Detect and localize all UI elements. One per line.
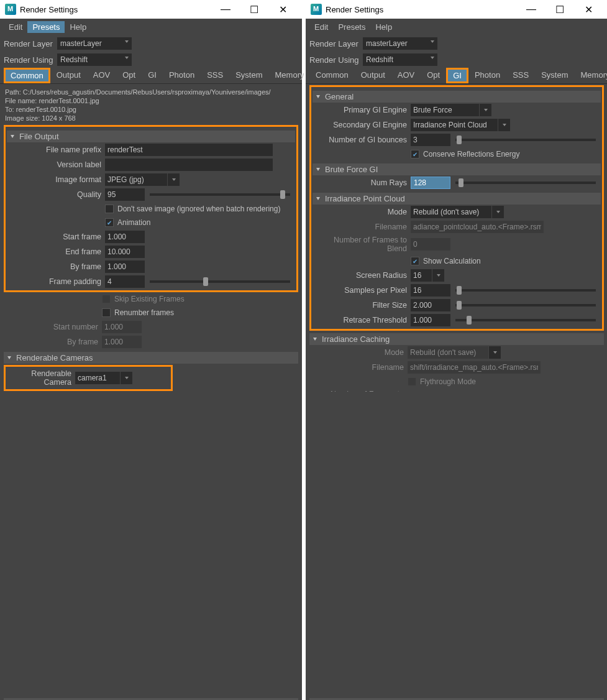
menu-edit[interactable]: Edit [309,21,333,33]
retrace-slider[interactable] [455,319,596,321]
dont-save-checkbox[interactable] [105,205,114,213]
ic-filename-input [408,361,541,374]
tab-gi[interactable]: GI [446,68,468,83]
chevron-down-icon[interactable] [432,269,444,282]
window-title: Render Settings [326,5,517,14]
section-renderable-cameras[interactable]: Renderable Cameras [4,352,298,364]
tab-memory[interactable]: Memory [575,68,607,83]
close-window-button[interactable]: ✕ [268,4,297,16]
menubar: Edit Presets Help [306,19,607,35]
section-brute-force[interactable]: Brute Force GI [313,163,601,175]
titlebar: Render Settings — ☐ ✕ [0,0,302,19]
frame-padding-slider[interactable] [150,280,290,283]
tab-photon[interactable]: Photon [163,68,201,83]
menubar: Edit Presets Help [0,19,302,35]
section-file-output[interactable]: File Output [7,131,295,142]
app-logo-icon [5,4,16,15]
version-label-input[interactable] [105,159,273,171]
ipc-show-calc-checkbox[interactable]: ✔ [411,257,419,265]
renderable-camera-select[interactable]: camera1 [75,372,120,384]
close-window-button[interactable]: ✕ [574,4,603,16]
tab-output[interactable]: Output [355,68,391,83]
menu-help[interactable]: Help [65,21,91,33]
tab-output[interactable]: Output [50,68,87,83]
tab-common[interactable]: Common [309,68,355,83]
window-title: Render Settings [20,5,211,14]
minimize-button[interactable]: — [517,4,545,15]
num-rays-slider[interactable] [455,182,596,184]
animation-checkbox[interactable]: ✔ [105,218,114,227]
conserve-refl-checkbox[interactable]: ✔ [411,150,419,159]
screen-radius-select[interactable]: 16 [411,269,432,282]
menu-help[interactable]: Help [370,21,397,33]
menu-edit[interactable]: Edit [4,21,27,33]
ipc-filename-input [411,221,544,233]
chevron-down-icon[interactable] [120,372,132,384]
tab-photon[interactable]: Photon [468,68,506,83]
section-general[interactable]: General [313,91,601,103]
start-frame-input[interactable] [105,231,145,243]
maximize-button[interactable]: ☐ [240,4,268,16]
tab-opt[interactable]: Opt [116,68,142,83]
file-name-prefix-input[interactable] [105,144,273,156]
by-frame-input[interactable] [105,260,145,273]
tab-common[interactable]: Common [4,68,50,83]
render-settings-window-right: Render Settings — ☐ ✕ Edit Presets Help … [306,0,607,700]
section-irradiance-pc[interactable]: Irradiance Point Cloud [313,193,601,205]
render-settings-window-left: Render Settings — ☐ ✕ Edit Presets Help … [0,0,302,700]
tab-sss[interactable]: SSS [201,68,229,83]
gi-bounces-slider[interactable] [455,139,596,141]
tab-gi[interactable]: GI [142,68,163,83]
maximize-button[interactable]: ☐ [545,4,574,16]
chevron-down-icon[interactable] [491,206,504,218]
titlebar: Render Settings — ☐ ✕ [306,0,607,19]
menu-presets[interactable]: Presets [333,21,370,33]
tab-aov[interactable]: AOV [391,68,421,83]
image-format-select[interactable]: JPEG (jpg) [105,173,167,186]
tab-memory[interactable]: Memory [269,68,311,83]
renumber-frames-checkbox[interactable] [102,308,111,317]
ipc-mode-select[interactable]: Rebuild (don't save) [411,206,491,218]
quality-slider[interactable] [150,193,290,196]
app-logo-icon [311,4,322,15]
chevron-down-icon[interactable] [479,104,491,116]
secondary-gi-select[interactable]: Irradiance Point Cloud [411,119,498,131]
quality-input[interactable] [105,188,145,201]
start-number-input [102,321,142,333]
skip-existing-checkbox [102,295,111,303]
retrace-threshold-input[interactable] [411,314,450,326]
minimize-button[interactable]: — [211,4,240,15]
chevron-down-icon[interactable] [498,119,510,131]
tab-sss[interactable]: SSS [506,68,535,83]
tab-system[interactable]: System [229,68,268,83]
gi-bounces-input[interactable] [411,134,450,146]
render-layer-label: Render Layer [4,39,53,48]
primary-gi-select[interactable]: Brute Force [411,104,479,116]
section-irradiance-caching[interactable]: Irradiance Caching [309,333,604,345]
render-using-label: Render Using [4,55,53,65]
end-frame-input[interactable] [105,246,145,258]
render-using-label: Render Using [309,55,359,65]
samples-slider[interactable] [455,289,596,292]
filter-slider[interactable] [455,304,596,306]
render-layer-select[interactable]: masterLayer [363,37,437,50]
filter-size-input[interactable] [411,299,450,311]
path-info: Path: C:/Users/rebus_agustin/Documents/R… [4,85,298,125]
samples-per-pixel-input[interactable] [411,284,450,297]
render-using-select[interactable]: Redshift [57,53,132,66]
frame-padding-input[interactable] [105,275,145,288]
tab-system[interactable]: System [535,68,574,83]
tab-aov[interactable]: AOV [87,68,116,83]
ic-mode-select: Rebuild (don't save) [408,346,488,359]
tab-opt[interactable]: Opt [421,68,446,83]
menu-presets[interactable]: Presets [27,21,65,33]
render-layer-select[interactable]: masterLayer [57,37,132,50]
by-frame2-input [102,336,142,348]
chevron-down-icon [488,346,501,359]
render-using-select[interactable]: Redshift [363,53,437,66]
chevron-down-icon[interactable] [167,173,180,186]
num-rays-input[interactable] [411,177,450,189]
ipc-frames-blend-input [411,238,450,251]
render-layer-label: Render Layer [309,39,359,48]
flythrough-checkbox [408,377,416,386]
